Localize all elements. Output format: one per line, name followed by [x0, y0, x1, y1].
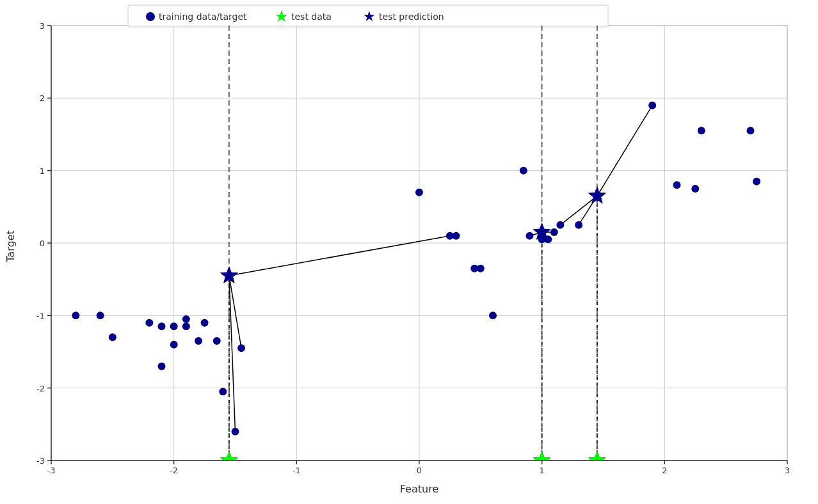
train-dot	[213, 337, 221, 345]
train-dot	[145, 319, 153, 327]
x-tick-label: -2	[170, 466, 178, 475]
train-dot	[182, 315, 190, 323]
legend-test-star: ★	[275, 8, 288, 24]
train-dot	[219, 388, 227, 395]
train-dot	[747, 127, 755, 134]
train-dot	[158, 363, 166, 370]
y-tick-label: 0	[40, 239, 45, 248]
train-dot	[158, 322, 166, 330]
train-dot	[182, 322, 190, 330]
train-dot	[556, 221, 564, 229]
legend-pred-star: ★	[363, 8, 376, 24]
train-dot	[648, 102, 656, 109]
x-tick-label: 1	[540, 466, 545, 475]
chart-container: training data/target ★ test data ★ test …	[0, 0, 818, 504]
train-dot	[237, 344, 245, 352]
y-tick-label: 2	[40, 93, 45, 103]
y-tick-label: 3	[40, 21, 45, 31]
legend-pred-label: test prediction	[379, 12, 444, 22]
train-dot	[477, 265, 485, 272]
x-tick-label: 0	[417, 466, 422, 475]
legend-test-label: test data	[291, 12, 332, 22]
train-dot	[232, 428, 239, 436]
x-tick-label: -3	[47, 466, 56, 475]
train-dot	[550, 228, 558, 236]
y-tick-label: -2	[36, 384, 45, 393]
y-axis-label: Target	[4, 230, 17, 263]
y-tick-label: -3	[36, 456, 45, 466]
train-dot	[97, 311, 104, 319]
train-dot	[753, 178, 760, 185]
y-tick-label: 1	[40, 166, 45, 176]
y-tick-label: -1	[36, 311, 45, 320]
train-dot	[109, 333, 116, 341]
train-dot	[698, 127, 705, 134]
train-dot	[520, 167, 527, 175]
scatter-plot: training data/target ★ test data ★ test …	[0, 0, 818, 504]
legend-train-label: training data/target	[159, 12, 247, 22]
train-dot	[201, 319, 209, 327]
train-dot	[673, 181, 681, 189]
train-dot	[691, 185, 699, 193]
train-dot	[415, 189, 423, 196]
legend-train-dot	[146, 12, 155, 21]
train-dot	[526, 232, 534, 240]
train-dot	[195, 337, 202, 345]
train-dot	[575, 221, 582, 229]
x-axis-label: Feature	[400, 483, 438, 495]
train-dot	[170, 341, 178, 349]
x-tick-label: -1	[293, 466, 301, 475]
x-tick-label: 2	[662, 466, 667, 475]
train-dot	[72, 311, 79, 319]
train-dot	[453, 232, 460, 240]
train-dot	[170, 322, 178, 330]
train-dot	[489, 311, 497, 319]
x-tick-label: 3	[785, 466, 790, 475]
